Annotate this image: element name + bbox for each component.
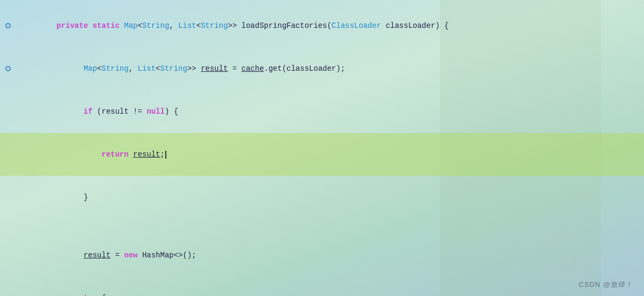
code-token: ; — [160, 150, 165, 159]
code-token: .get(classLoader); — [264, 64, 345, 73]
code-token: cache — [241, 64, 264, 73]
line-content-8: try { — [16, 277, 106, 296]
line-content-4: return result; — [16, 134, 166, 175]
code-editor: private static Map<String, List<String>>… — [0, 0, 644, 296]
code-token — [47, 21, 56, 30]
code-token: ClassLoader — [332, 21, 381, 30]
code-token: , — [129, 64, 138, 73]
code-token — [47, 64, 83, 73]
code-token — [129, 150, 133, 159]
code-token: List — [178, 21, 196, 30]
code-token: < — [138, 21, 142, 30]
line-content-2: Map<String, List<String>> result = cache… — [16, 48, 345, 90]
code-token: < — [156, 64, 160, 73]
line-content-7: result = new HashMap<>(); — [16, 234, 196, 276]
gutter-5 — [0, 195, 16, 200]
gutter-6 — [0, 224, 16, 229]
code-token: } — [47, 193, 88, 202]
gutter-7 — [0, 253, 16, 258]
code-line-2: Map<String, List<String>> result = cache… — [0, 47, 644, 90]
dot-7 — [5, 253, 11, 258]
code-token: String — [160, 64, 187, 73]
text-cursor — [165, 151, 166, 159]
code-token: < — [97, 64, 101, 73]
code-token: loadSpringFactories( — [241, 21, 332, 30]
code-line-8: try { — [0, 277, 644, 296]
code-token: = — [111, 251, 124, 260]
code-line-5: } — [0, 176, 644, 219]
code-token: String — [142, 21, 169, 30]
breakpoint-dot-1 — [5, 23, 11, 28]
dot-6 — [5, 224, 11, 229]
code-token: List — [138, 64, 156, 73]
line-content-3: if (result != null) { — [16, 91, 178, 132]
code-line-6 — [0, 219, 644, 234]
code-token: = — [228, 64, 241, 73]
code-token: result — [133, 150, 160, 159]
code-token: static — [92, 21, 119, 30]
code-token: new — [124, 251, 137, 260]
code-line-4: return result; — [0, 133, 644, 176]
code-token: String — [201, 21, 228, 30]
code-token: Map — [124, 21, 137, 30]
code-token: result — [84, 251, 111, 260]
code-token: >> — [187, 64, 201, 73]
code-token: < — [196, 21, 201, 30]
code-token: private — [56, 21, 88, 30]
code-token: HashMap<>(); — [138, 251, 196, 260]
dot-3 — [5, 109, 11, 114]
dot-4 — [5, 152, 11, 157]
code-line-1: private static Map<String, List<String>>… — [0, 4, 644, 47]
code-token: ) { — [165, 107, 178, 116]
code-token: , — [169, 21, 178, 30]
code-line-7: result = new HashMap<>(); — [0, 234, 644, 277]
code-token — [47, 150, 101, 159]
code-line-3: if (result != null) { — [0, 90, 644, 133]
code-token: (result != — [92, 107, 147, 116]
line-content-6 — [16, 219, 25, 233]
code-token — [47, 107, 83, 116]
code-token: try — [84, 294, 97, 296]
code-token: >> — [228, 21, 241, 30]
dot-5 — [5, 195, 11, 200]
code-token: Map — [84, 64, 97, 73]
gutter-1 — [0, 23, 16, 28]
gutter-4 — [0, 152, 16, 157]
code-token — [47, 294, 83, 296]
code-token — [47, 251, 83, 260]
gutter-3 — [0, 109, 16, 114]
line-content-5: } — [16, 176, 88, 218]
gutter-2 — [0, 66, 16, 71]
watermark: CSDN @放肆！ — [579, 280, 633, 290]
code-token: return — [101, 150, 128, 159]
code-token: classLoader) { — [381, 21, 449, 30]
code-token: { — [97, 294, 106, 296]
code-token: result — [201, 64, 228, 73]
code-token: if — [84, 107, 93, 116]
code-token: null — [147, 107, 165, 116]
breakpoint-dot-2 — [5, 66, 11, 71]
line-content-1: private static Map<String, List<String>>… — [16, 5, 449, 47]
code-token: String — [101, 64, 128, 73]
